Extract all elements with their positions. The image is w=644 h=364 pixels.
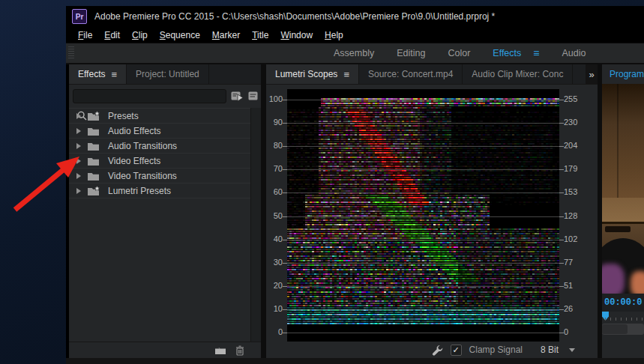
ruler-tick [605,318,606,321]
scope-left-tick-label: 60 [263,187,283,196]
scope-tick-mark [559,309,564,310]
menu-window[interactable]: Window [274,28,319,42]
scope-right-tick-label: 102 [564,234,583,243]
menu-marker[interactable]: Marker [206,28,246,42]
workspace-menu-icon[interactable]: ≡ [533,47,539,59]
preset-folder-icon [87,111,100,121]
premiere-app-icon: Pr [72,9,87,24]
scope-tick-mark [283,146,287,147]
program-scrollbar-handle[interactable] [602,324,628,334]
workspace-tab-editing[interactable]: Editing [397,48,425,58]
scope-tick-mark [283,192,287,193]
tree-item-presets[interactable]: Presets [69,109,250,124]
disclosure-triangle-icon[interactable] [76,173,81,179]
scope-left-tick-label: 0 [263,327,283,336]
disclosure-triangle-icon[interactable] [76,113,81,119]
effects-tree: PresetsAudio EffectsAudio TransitionsVid… [69,108,250,342]
window-title: Adobe Premiere Pro CC 2015 - C:\Users\sh… [94,11,495,22]
clamp-signal-label: Clamp Signal [469,345,523,355]
workspace-tab-assembly[interactable]: Assembly [334,48,374,58]
delete-trash-icon[interactable] [235,345,244,356]
menu-sequence[interactable]: Sequence [154,28,206,42]
video-stage-floor [602,198,644,224]
menu-help[interactable]: Help [319,28,349,42]
menu-title[interactable]: Title [246,28,274,42]
tree-item-label: Lumetri Presets [108,186,171,196]
ruler-tick [621,318,622,321]
tree-item-audio-transitions[interactable]: Audio Transitions [69,139,250,154]
tree-item-label: Video Effects [108,156,160,166]
scope-settings-wrench-icon[interactable] [432,345,443,356]
menu-edit[interactable]: Edit [98,28,126,42]
tab-audio-clip-mixer-conc[interactable]: Audio Clip Mixer: Conc [463,64,573,84]
workspace-tab-color[interactable]: Color [448,48,470,58]
disclosure-triangle-icon[interactable] [76,143,81,149]
scope-right-tick-label: 153 [564,187,583,196]
disclosure-triangle-icon[interactable] [76,188,81,194]
effects-search-input[interactable] [73,89,226,103]
disclosure-triangle-icon[interactable] [76,158,81,164]
scope-tick-mark [283,100,287,100]
menu-bar: FileEditClipSequenceMarkerTitleWindowHel… [66,27,644,43]
tree-item-label: Audio Transitions [108,141,177,151]
scope-tick-mark [283,169,287,170]
scope-tick-mark [559,100,564,100]
menu-clip[interactable]: Clip [126,28,154,42]
program-scrollbar[interactable] [602,324,644,335]
scope-left-tick-label: 80 [263,141,283,150]
workspace-grip-icon[interactable] [68,46,74,59]
program-timecode-bar: 00:00:0 [602,294,644,312]
tab-effects[interactable]: Effects≡ [69,64,127,84]
tree-item-label: Audio Effects [108,126,161,136]
scope-right-tick-label: 179 [564,164,583,173]
bit-depth-dropdown[interactable]: 8 Bit [541,345,559,355]
scope-tick-mark [559,286,564,287]
workspace-tab-effects[interactable]: Effects [493,48,521,58]
scope-left-tick-label: 70 [263,164,283,173]
scope-right-tick-label: 255 [564,94,583,103]
ruler-tick [626,318,627,321]
tree-item-video-effects[interactable]: Video Effects [69,154,250,169]
tree-item-lumetri-presets[interactable]: Lumetri Presets [69,183,250,198]
preset-folder-icon [87,186,100,196]
scopes-footer: ✓ Clamp Signal 8 Bit [266,342,598,358]
workspace-tab-audio[interactable]: Audio [562,48,586,58]
disclosure-triangle-icon[interactable] [76,128,81,134]
accelerated-effects-badge-icon[interactable] [231,91,244,101]
scope-left-tick-label: 50 [263,211,283,220]
tree-item-audio-effects[interactable]: Audio Effects [69,124,250,139]
tree-item-video-transitions[interactable]: Video Transitions [69,169,250,183]
new-custom-bin-icon[interactable] [214,345,226,355]
scope-left-tick-label: 40 [263,234,283,243]
workspace-tabs: AssemblyEditingColorEffects≡Audio [334,43,586,63]
menu-file[interactable]: File [72,28,98,42]
title-bar[interactable]: Pr Adobe Premiere Pro CC 2015 - C:\Users… [66,6,644,27]
clamp-signal-checkbox[interactable]: ✓ [451,345,462,356]
tab-source-concert-mp4[interactable]: Source: Concert.mp4 [359,64,463,84]
program-monitor-panel: Program: 00:00:0 [602,64,644,358]
folder-icon [87,126,100,136]
program-timecode: 00:00:0 [604,297,642,308]
scope-right-tick-label: 230 [564,118,583,127]
panel-menu-icon[interactable]: ≡ [111,69,117,80]
tab-lumetri-scopes[interactable]: Lumetri Scopes≡ [266,64,359,84]
program-time-ruler[interactable] [602,312,644,324]
ruler-tick [637,318,637,321]
scope-left-tick-label: 100 [263,94,283,103]
scope-right-tick-label: 51 [564,281,583,290]
dropdown-caret-icon[interactable] [569,348,575,352]
tab-project-untitled[interactable]: Project: Untitled [127,64,209,84]
panel-menu-icon[interactable]: ≡ [343,69,349,80]
video-stage-wall [602,84,644,198]
effects-footer [69,342,261,358]
32bit-color-badge-icon[interactable] [248,91,259,101]
ruler-tick [642,318,643,321]
scope-tick-mark [559,216,564,217]
folder-icon [87,171,100,181]
ruler-tick [616,318,616,321]
tree-item-label: Presets [108,111,139,121]
tab-program[interactable]: Program: [602,64,644,85]
tab-overflow-icon[interactable]: » [586,64,598,84]
effects-scrollbar[interactable] [250,108,262,342]
scope-left-tick-label: 10 [263,304,283,313]
